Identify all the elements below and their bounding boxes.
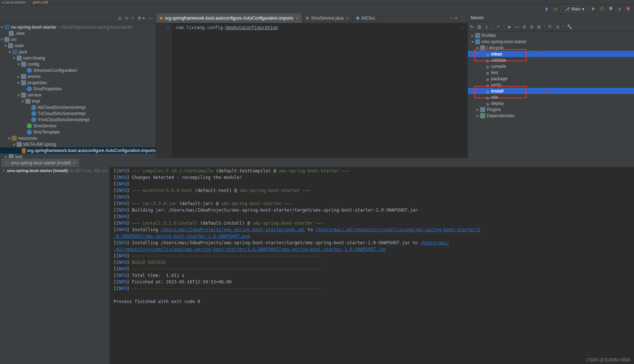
project-root[interactable]: ▾ns-spring-boot-starter~/IdeaProjects/sm… [0, 24, 156, 30]
tree-item-package[interactable]: ▾com.lixiang [0, 55, 156, 61]
editor-tab-imports[interactable]: org.springframework.boot.autoconfigure.A… [156, 13, 302, 23]
maven-lifecycle[interactable]: ▾Lifecycle [468, 45, 634, 51]
run-tab-install[interactable]: m sms-spring-boot-starter [install] ✕ [1, 159, 80, 167]
line-number: 1 [156, 25, 169, 31]
chevron-down-icon: ▾ [582, 7, 584, 12]
breadcrumb-project[interactable]: s-boot-starter [2, 0, 26, 4]
gear-icon [486, 65, 490, 68]
maven-goal-validate[interactable]: validate [468, 57, 634, 63]
collapse-icon[interactable]: ⇱ [548, 24, 552, 29]
maven-goal-package[interactable]: package [468, 75, 634, 82]
run-tool-window: m sms-spring-boot-starter [install] ✕ ✔s… [0, 158, 634, 364]
maven-tree[interactable]: ▸Profiles ▾sms-spring-boot-starter ▾Life… [468, 32, 634, 119]
tree-item-impl[interactable]: ▾impl [0, 98, 156, 104]
breadcrumb: s-boot-starter 〉 pom.xml [0, 0, 634, 4]
maven-goal-install[interactable]: install2 [468, 88, 634, 94]
reload-icon[interactable]: ↻ [470, 24, 474, 29]
tree-item-src[interactable]: ▾src [0, 36, 156, 42]
project-tree[interactable]: ▾ns-spring-boot-starter~/IdeaProjects/sm… [0, 23, 156, 173]
close-icon[interactable]: ✕ [346, 16, 349, 20]
breadcrumb-file[interactable]: pom.xml [33, 0, 48, 4]
git-branch-selector[interactable]: ⎇ Main ▾ [561, 5, 588, 13]
expand-icon[interactable]: ⇲ [556, 24, 559, 29]
run-tree[interactable]: ✔sms-spring-boot-starter [install]: At 2… [0, 167, 110, 364]
coverage-icon[interactable]: ⛊ [609, 7, 614, 12]
vcs-update-icon[interactable] [544, 7, 549, 12]
download-icon[interactable]: ⤓ [485, 24, 488, 29]
gear-icon [486, 95, 490, 99]
svg-point-0 [601, 7, 604, 10]
annotation-1: 1 [540, 51, 543, 57]
gear-icon [486, 58, 490, 62]
tree-item-tx[interactable]: TxCloudSmsServiceImpl [0, 110, 156, 116]
tree-item-ali[interactable]: AliCloudSmsServiceImpl [0, 104, 156, 110]
editor-tabs: org.springframework.boot.autoconfigure.A… [156, 13, 467, 23]
main-toolbar: ⎇ Main ▾ ⛊ ◔ [0, 4, 634, 13]
expand-all-icon[interactable]: ≡ [125, 16, 128, 21]
profiler-icon[interactable]: ◔ [617, 7, 622, 12]
locate-icon[interactable]: ◎ [118, 16, 122, 21]
tree-item-config[interactable]: ▾config [0, 61, 156, 67]
tree-item-smsautoconfig[interactable]: SmsAutoConfiguration [0, 67, 156, 73]
collapse-all-icon[interactable]: ÷ [131, 16, 134, 21]
tree-item-main[interactable]: ▾main [0, 42, 156, 49]
maven-root[interactable]: ▾sms-spring-boot-starter [468, 38, 634, 45]
tree-item-smstemplate[interactable]: SmsTemplate [0, 129, 156, 135]
svg-rect-1 [627, 7, 630, 10]
maven-goal-verify[interactable]: verify [468, 82, 634, 88]
file-icon [160, 17, 163, 20]
show-deps-icon[interactable]: ≣ [537, 24, 541, 29]
maven-plugins[interactable]: ▸Plugins [468, 106, 634, 113]
stop-icon[interactable] [626, 7, 631, 12]
maven-goal-site[interactable]: site [468, 94, 634, 100]
editor-tab-alicloud[interactable]: AliClou [353, 13, 379, 23]
settings-icon[interactable]: ⚙ ▾ [138, 16, 145, 21]
gear-icon [486, 71, 490, 74]
run-meta: At 202 2 sec, 461 ms [70, 168, 107, 173]
run-tabs: m sms-spring-boot-starter [install] ✕ [0, 159, 634, 167]
root-label: ns-spring-boot-starter [11, 25, 57, 30]
tree-item-metainf[interactable]: ▾META-INF.spring [0, 141, 156, 147]
tab-label: org.springframework.boot.autoconfigure.A… [165, 16, 293, 21]
skip-tests-icon[interactable]: ⊘ [530, 24, 533, 29]
close-icon[interactable]: ✕ [73, 161, 76, 165]
tree-item-java[interactable]: ▾java [0, 49, 156, 55]
maven-profiles[interactable]: ▸Profiles [468, 32, 634, 38]
inspection-ok-icon[interactable]: ✓ [461, 25, 464, 31]
tree-item-enums[interactable]: ▸enums [0, 73, 156, 79]
tree-item-properties[interactable]: ▾properties [0, 79, 156, 86]
tab-menu-icon[interactable]: ⋮ [460, 16, 465, 21]
maven-dependencies[interactable]: ▸Dependencies [468, 113, 634, 119]
console-output[interactable]: [INFO] --- compiler:3.10.1:testCompile (… [110, 167, 634, 364]
branch-name: Main [571, 7, 581, 12]
add-icon[interactable]: ＋ [496, 24, 500, 30]
execute-icon[interactable]: ▭ [515, 24, 519, 29]
more-tabs-icon[interactable]: ⋯ ▾ [450, 16, 457, 21]
generate-icon[interactable]: ▥ [477, 24, 481, 29]
editor-tab-smsservice[interactable]: SmsService.java ✕ [302, 13, 352, 23]
debug-icon[interactable] [600, 7, 605, 12]
tree-item-smsservice[interactable]: SmsService [0, 123, 156, 129]
maven-settings-icon[interactable]: 🔧 [567, 24, 572, 29]
maven-goal-compile[interactable]: compile [468, 63, 634, 69]
hide-icon[interactable]: — [148, 16, 153, 21]
annotation-2: 2 [544, 88, 547, 94]
tree-item-service[interactable]: ▾service [0, 92, 156, 98]
tree-item-resources[interactable]: ▾resources [0, 135, 156, 141]
maven-goal-clean[interactable]: clean1 [468, 51, 634, 57]
tree-item-imports[interactable]: org.springframework.boot.autoconfigure.A… [0, 147, 156, 154]
gear-icon [486, 89, 490, 93]
run-tab-label: sms-spring-boot-starter [install] [11, 160, 71, 165]
vcs-commit-icon[interactable] [553, 7, 558, 12]
maven-goal-test[interactable]: test [468, 69, 634, 75]
tree-item-ymx[interactable]: YmxCloudSmsServiceImpl [0, 116, 156, 123]
run-icon[interactable] [591, 7, 596, 12]
tree-item-idea[interactable]: .idea [0, 30, 156, 36]
toggle-offline-icon[interactable]: ⊘ [523, 24, 526, 29]
run-maven-icon[interactable]: ▶ [508, 24, 511, 29]
maven-goal-deploy[interactable]: deploy [468, 100, 634, 106]
maven-toolbar: ↻ ▥ ⤓ ＋ ▶ ▭ ⊘ ⊘ ≣ ⇱ ⇲ 🔧 [468, 22, 634, 32]
close-icon[interactable]: ✕ [295, 16, 298, 20]
root-path: ~/IdeaProjects/sms-spring-boot-starter [59, 25, 133, 30]
tree-item-smsproperties[interactable]: SmsProperties [0, 86, 156, 92]
